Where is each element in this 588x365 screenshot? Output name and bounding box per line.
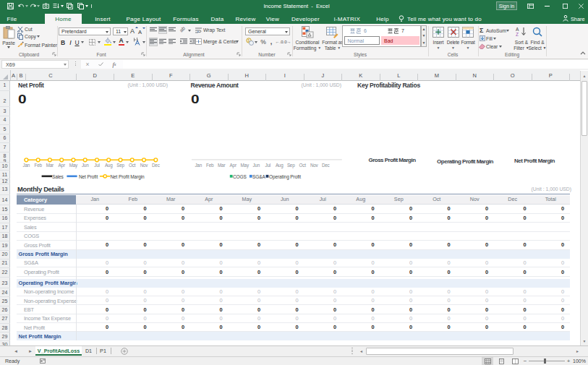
svg-text:Z: Z bbox=[516, 32, 519, 37]
svg-text:A: A bbox=[516, 27, 519, 32]
